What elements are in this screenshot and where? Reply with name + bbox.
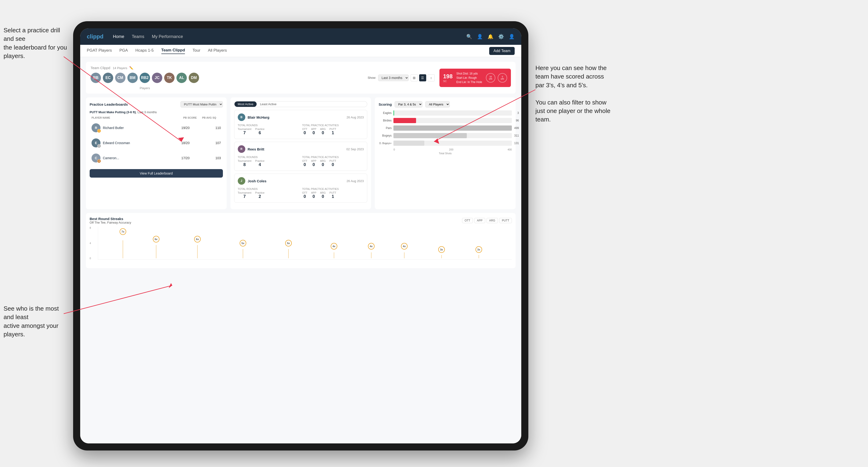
- ott-1: OTT 0: [302, 128, 307, 135]
- subnav-team-clippd[interactable]: Team Clippd: [161, 48, 185, 54]
- chart-label-eagles: Eagles: [379, 111, 392, 115]
- shot-circles: 16 yds 0 yds: [486, 73, 507, 83]
- three-col-section: Practice Leaderboards PUTT Must Make Put…: [86, 97, 516, 209]
- subnav-all-players[interactable]: All Players: [208, 48, 227, 54]
- view-icons: ⊞ ☰ ↕: [411, 74, 435, 81]
- activity-practice-1: Total Practice Activities OTT 0 APP 0: [302, 124, 364, 135]
- chart-bar-bg-eagles: 3: [394, 111, 512, 116]
- players-label: Players: [91, 86, 199, 90]
- activity-avatar-1: B: [238, 114, 245, 121]
- rounds-tournament-2: Tournament 8: [238, 159, 251, 167]
- streak-dot-10: 3x: [475, 246, 482, 253]
- scoring-players-filter[interactable]: All Players: [425, 101, 450, 107]
- activity-date-1: 26 Aug 2023: [346, 116, 364, 119]
- bell-icon[interactable]: 🔔: [488, 34, 493, 39]
- scoring-par-filter[interactable]: Par 3, 4 & 5s: [395, 101, 423, 107]
- avatar-3: CM: [115, 73, 125, 83]
- shot-end-lie: End Lie: In The Hole: [456, 80, 482, 84]
- avatar-9: DM: [189, 73, 199, 83]
- ott-filter-btn[interactable]: OTT: [462, 218, 473, 223]
- arg-filter-btn[interactable]: ARG: [487, 218, 498, 223]
- avatar-5: RB2: [140, 73, 150, 83]
- shot-number-block: 198 SC: [443, 73, 453, 83]
- streaks-subtitle: Off The Tee, Fairway Accuracy: [90, 221, 131, 224]
- rounds-practice-3: Practice 2: [255, 191, 265, 199]
- view-full-leaderboard-button[interactable]: View Full Leaderboard: [90, 169, 223, 178]
- activity-rounds-1: Total Rounds Tournament 7 Practice 6: [238, 124, 299, 135]
- lb-header: PLAYER NAME PB SCORE PB AVG SQ: [90, 116, 223, 119]
- putt-filter-btn[interactable]: PUTT: [499, 218, 512, 223]
- streaks-header: Best Round Streaks Off The Tee, Fairway …: [90, 217, 512, 224]
- subnav-pgat[interactable]: PGAT Players: [87, 48, 112, 54]
- activity-stats-2: Total Rounds Tournament 8 Practice 4: [238, 156, 364, 167]
- streaks-title: Best Round Streaks: [90, 217, 131, 221]
- show-select[interactable]: Last 3 months: [378, 74, 409, 81]
- lb-row-1: R 1 Richard Butler 19/20 110: [90, 121, 223, 135]
- arg-3: ARG 0: [320, 191, 326, 199]
- search-icon[interactable]: 🔍: [466, 34, 472, 39]
- tab-least-active[interactable]: Least Active: [257, 101, 280, 107]
- activity-card: Most Active Least Active B Blair McHarg …: [230, 97, 371, 209]
- activity-date-2: 02 Sep 2023: [346, 148, 364, 151]
- navbar: clippd Home Teams My Performance 🔍 👤 🔔 ⚙…: [80, 28, 521, 45]
- rounds-stat-row-2: Tournament 8 Practice 4: [238, 159, 299, 167]
- shot-circle-1: 16 yds: [486, 73, 495, 83]
- chart-label-pars: Pars: [379, 126, 392, 130]
- streaks-filter-buttons: OTT APP ARG PUTT: [462, 218, 512, 223]
- settings-icon[interactable]: ⚙️: [498, 34, 504, 39]
- main-content: Team Clippd 14 Players ✏️ RB EC CM BM RB…: [80, 57, 521, 443]
- avatar-2: EC: [103, 73, 113, 83]
- tab-most-active[interactable]: Most Active: [235, 101, 257, 107]
- profile-icon[interactable]: 👤: [509, 34, 515, 39]
- lb-name-2: Edward Crossman: [103, 141, 130, 145]
- activity-date-3: 26 Aug 2023: [346, 179, 364, 183]
- streak-dot-3: 6x: [194, 236, 201, 243]
- subnav-pga[interactable]: PGA: [119, 48, 128, 54]
- shot-details: Shot Dist: 16 yds Start Lie: Rough End L…: [456, 71, 482, 84]
- avatar-7: TK: [164, 73, 175, 83]
- subnav: PGAT Players PGA Hcaps 1-5 Team Clippd T…: [80, 45, 521, 57]
- activity-name-1: Blair McHarg: [248, 115, 270, 119]
- scoring-card: Scoring Par 3, 4 & 5s All Players: [375, 97, 516, 209]
- chart-label-birdies: Birdies: [379, 119, 392, 122]
- streak-dot-1: 7x: [120, 228, 126, 235]
- chart-label-dbogeys: D. Bogeys+: [379, 142, 392, 145]
- chart-bar-bg-pars: 499: [394, 125, 512, 131]
- lb-badge-1: 1: [97, 129, 101, 133]
- scoring-title: Scoring: [379, 102, 392, 106]
- navbar-links: Home Teams My Performance: [113, 34, 466, 39]
- person-icon[interactable]: 👤: [477, 34, 483, 39]
- streak-dot-7: 4x: [368, 243, 375, 250]
- chart-bar-fill-pars: [394, 125, 512, 131]
- chart-val-pars: 499: [514, 126, 519, 130]
- activity-player-3-header: J Josh Coles 26 Aug 2023: [238, 177, 364, 185]
- app-filter-btn[interactable]: APP: [474, 218, 485, 223]
- nav-performance[interactable]: My Performance: [152, 34, 183, 39]
- chart-view-btn[interactable]: ↕: [428, 74, 435, 81]
- ott-2: OTT 0: [302, 159, 307, 167]
- drill-select[interactable]: PUTT Must Make Putting...: [181, 101, 223, 107]
- chart-row-bogeys: Bogeys 311: [379, 133, 512, 138]
- grid-view-btn[interactable]: ⊞: [411, 74, 418, 81]
- lb-col-avg: PB AVG SQ: [202, 116, 221, 119]
- streak-dot-6: 4x: [331, 243, 337, 250]
- subnav-tour[interactable]: Tour: [192, 48, 200, 54]
- edit-icon[interactable]: ✏️: [129, 66, 133, 70]
- add-team-button[interactable]: Add Team: [489, 47, 515, 55]
- list-view-btn[interactable]: ☰: [419, 74, 426, 81]
- rounds-tournament-1: Tournament 7: [238, 128, 251, 135]
- streaks-chart: 7x 6x 6x 5x 5x 4x 4x: [98, 227, 512, 260]
- practice-stat-row-1: OTT 0 APP 0 ARG 0: [302, 128, 364, 135]
- x-title: Total Shots: [379, 152, 512, 155]
- lb-avatar-2: E 2: [92, 138, 100, 148]
- lb-score-1: 19/20: [181, 126, 200, 130]
- streak-dot-8: 4x: [401, 243, 408, 250]
- annotation-top-left: Select a practice drill and seethe leade…: [3, 26, 69, 60]
- nav-home[interactable]: Home: [113, 34, 124, 39]
- chart-label-bogeys: Bogeys: [379, 134, 392, 137]
- activity-avatar-2: R: [238, 145, 245, 153]
- chart-val-eagles: 3: [517, 111, 519, 115]
- streak-dot-9: 3x: [438, 246, 445, 253]
- subnav-hcaps[interactable]: Hcaps 1-5: [135, 48, 154, 54]
- nav-teams[interactable]: Teams: [132, 34, 144, 39]
